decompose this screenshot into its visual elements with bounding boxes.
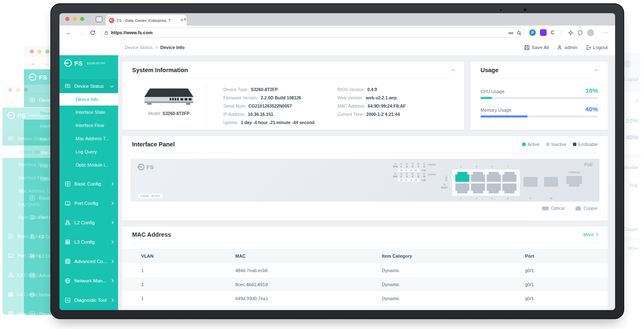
cell-vlan: 1 bbox=[141, 268, 235, 273]
traffic-light-red-icon bbox=[30, 49, 34, 54]
sidebar-item-label: Interface State bbox=[19, 162, 48, 167]
extension-purple-icon[interactable] bbox=[540, 29, 547, 36]
port-5[interactable] bbox=[487, 172, 501, 182]
profile-avatar[interactable] bbox=[587, 29, 594, 36]
new-tab-button[interactable]: + bbox=[183, 16, 187, 22]
logout-icon bbox=[586, 45, 591, 50]
extension-c-icon[interactable]: C bbox=[551, 30, 554, 35]
immersive-reader-icon[interactable] bbox=[508, 30, 514, 35]
sidebar-item-label: Device Status bbox=[17, 136, 50, 141]
system-information-card: System Information bbox=[122, 62, 464, 130]
sidebar-item-device-status[interactable]: Device Status bbox=[59, 79, 118, 93]
sidebar-item-label: Diagnostic Tool bbox=[74, 298, 107, 303]
sidebar-item-network-management[interactable]: Network Man... bbox=[59, 274, 118, 288]
more-link[interactable]: More bbox=[583, 232, 598, 237]
sidebar-item-interface-state[interactable]: Interface State bbox=[59, 106, 118, 119]
port-2[interactable] bbox=[455, 183, 469, 193]
sidebar-item-optic-module[interactable]: Optic Module I... bbox=[59, 158, 118, 172]
column-header: Port bbox=[525, 254, 608, 258]
collapse-icon[interactable] bbox=[595, 69, 598, 72]
sidebar-item-device-info[interactable]: Device Info bbox=[59, 93, 118, 106]
sidebar-item-label: Network Man... bbox=[74, 278, 107, 283]
reload-button[interactable] bbox=[90, 30, 95, 35]
extension-p-icon[interactable]: P bbox=[529, 29, 536, 36]
port-6[interactable] bbox=[487, 183, 501, 193]
console-label: CONSOLE bbox=[565, 171, 584, 174]
basic-config-icon bbox=[8, 233, 14, 239]
address-bar[interactable]: https://www.fs.com bbox=[100, 28, 525, 38]
sidebar-item-log-query[interactable]: Log Query bbox=[59, 145, 118, 158]
port-8[interactable] bbox=[502, 183, 516, 193]
port-3[interactable] bbox=[471, 172, 485, 182]
ghost-cpu-value: 10% bbox=[626, 117, 638, 124]
port-config-icon bbox=[65, 200, 71, 206]
browser-menu-icon[interactable]: ··· bbox=[602, 30, 608, 35]
sidebar-item-mac-address-table[interactable]: Mac Address T... bbox=[59, 132, 118, 145]
sidebar-item-label: Log Query bbox=[19, 202, 40, 207]
screen: FS - Data Center, Enterprise, T × + ← → … bbox=[59, 13, 615, 310]
logout-button[interactable]: Logout bbox=[586, 45, 608, 50]
field-value: 64:9D:99:24:F8:AF bbox=[368, 103, 406, 108]
device-image-block: Model: S3260-8T2FP bbox=[132, 85, 206, 127]
fs-logo-icon bbox=[64, 59, 72, 67]
table-row-clipped bbox=[122, 306, 608, 310]
port-9-sfp[interactable] bbox=[523, 177, 537, 187]
sidebar-item-l2-config[interactable]: L2 Config bbox=[59, 216, 118, 230]
mic-hole-icon bbox=[500, 9, 502, 11]
sidebar-item-l3-config[interactable]: L3 Config bbox=[59, 235, 118, 249]
field-label: Current Time: bbox=[338, 112, 364, 117]
port-4[interactable] bbox=[471, 183, 485, 193]
minimize-window-button[interactable] bbox=[73, 17, 77, 21]
logout-label: Logout bbox=[593, 45, 608, 50]
chevron-right-icon bbox=[110, 182, 114, 186]
collections-icon[interactable] bbox=[568, 30, 573, 35]
sidebar-item-label: L3 Config bbox=[17, 292, 50, 297]
site-info-icon[interactable] bbox=[104, 31, 109, 35]
stage: { "browser": { "tab_title": "FS - Data C… bbox=[0, 0, 644, 329]
sidebar-item-basic-config[interactable]: Basic Config bbox=[59, 177, 118, 191]
browser-tab[interactable]: FS - Data Center, Enterprise, T × bbox=[106, 15, 187, 26]
l3-config-icon bbox=[65, 239, 71, 245]
port-1[interactable] bbox=[455, 172, 469, 182]
mac-table: VLAN MAC Item Category Port 1 484d.7eab.… bbox=[122, 249, 608, 310]
media-legend: Optical Copper bbox=[132, 206, 598, 211]
traffic-light-yellow-icon bbox=[38, 49, 42, 54]
favorites-icon[interactable] bbox=[516, 30, 521, 35]
cell-category: Dynamic bbox=[382, 282, 525, 287]
close-window-button[interactable] bbox=[65, 17, 69, 21]
fs-logo-icon bbox=[29, 73, 36, 81]
back-button[interactable]: ← bbox=[66, 29, 72, 36]
chevron-right-icon bbox=[110, 221, 114, 224]
field-value: 10.36.16.151 bbox=[248, 112, 273, 117]
sidebar-item-port-config[interactable]: Port Config bbox=[59, 196, 118, 210]
console-port bbox=[566, 176, 582, 187]
sidebar-item-interface-flow[interactable]: Interface Flow bbox=[59, 119, 118, 132]
tab-close-button[interactable]: × bbox=[180, 17, 183, 23]
browser-shield-icon[interactable] bbox=[578, 30, 583, 35]
cell-mac: 649d.99d0.7ea1 bbox=[235, 296, 382, 301]
toolbar-divider bbox=[561, 29, 561, 36]
sidebar-item-advanced-config[interactable]: Advanced Co... bbox=[59, 254, 118, 268]
cell-mac: 8cec.4bd1.491d bbox=[235, 282, 382, 287]
sidebar-item-label: L2 Config bbox=[74, 220, 107, 225]
l2-config-icon bbox=[8, 272, 14, 278]
port-10-sfp[interactable] bbox=[544, 177, 558, 187]
table-row: 1 649d.99d0.7ea1 Dynamic g0/1 bbox=[122, 291, 608, 306]
usage-title: Usage bbox=[481, 67, 499, 73]
table-header-row: VLAN MAC Item Category Port bbox=[122, 249, 608, 263]
cell-port: g0/1 bbox=[525, 296, 608, 301]
zoom-window-button[interactable] bbox=[80, 17, 84, 21]
tab-overview-icon[interactable] bbox=[96, 16, 102, 22]
advanced-config-icon bbox=[65, 258, 71, 264]
sidebar-item-label: Advanced Co... bbox=[74, 259, 107, 264]
collapse-icon[interactable] bbox=[451, 69, 455, 72]
reset-button: RESET bbox=[441, 183, 448, 189]
sidebar-item-diagnostic-tool[interactable]: Diagnostic Tool bbox=[59, 293, 118, 307]
browser-toolbar: ← → https://www.fs.com P C bbox=[59, 26, 615, 40]
breadcrumb-root[interactable]: Device Status bbox=[125, 45, 153, 50]
traffic-light-green-icon bbox=[24, 88, 28, 92]
user-menu[interactable]: admin bbox=[557, 45, 577, 50]
port-7[interactable] bbox=[502, 172, 516, 182]
forward-button[interactable]: → bbox=[78, 29, 84, 36]
save-all-button[interactable]: Save All bbox=[524, 45, 549, 50]
